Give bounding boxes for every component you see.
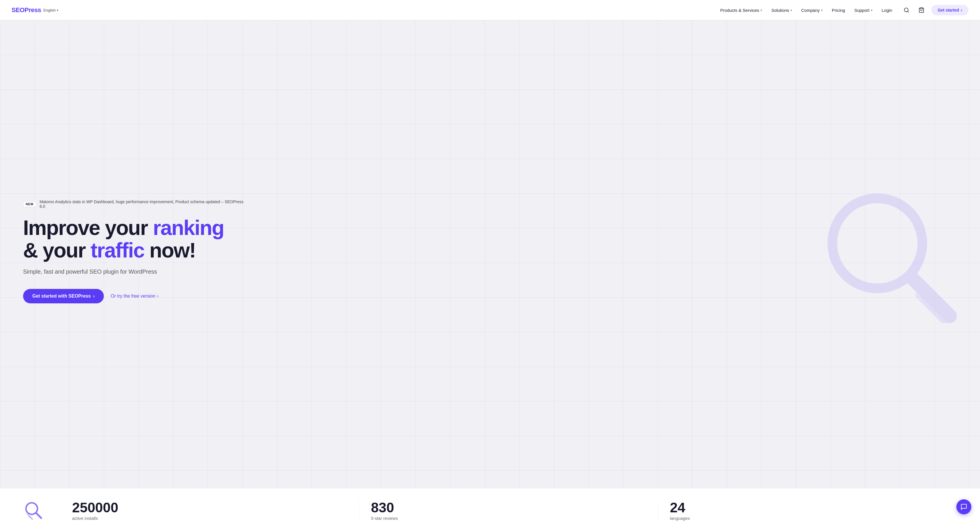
get-started-cta-button[interactable]: Get started with SEOPress › xyxy=(23,289,104,303)
nav-support[interactable]: Support ▾ xyxy=(854,8,872,13)
nav-support-chevron-icon: ▾ xyxy=(871,9,872,12)
logo-text: SEOPress xyxy=(11,6,41,14)
nav-products-chevron-icon: ▾ xyxy=(760,9,762,12)
hero-section: NEW Matomo Analytics stats in WP Dashboa… xyxy=(0,20,980,488)
heading-ranking: ranking xyxy=(153,216,224,239)
nav-company-chevron-icon: ▾ xyxy=(821,9,822,12)
stat-installs-number: 250000 xyxy=(72,501,348,515)
nav-solutions[interactable]: Solutions ▾ xyxy=(771,8,792,13)
hero-cta-row: Get started with SEOPress › Or try the f… xyxy=(23,289,248,303)
stat-installs-label: active installs xyxy=(72,516,348,521)
header-actions: Get started › xyxy=(901,5,969,15)
cta-primary-arrow-icon: › xyxy=(93,293,95,299)
nav-products-services[interactable]: Products & Services ▾ xyxy=(720,8,762,13)
nav-login[interactable]: Login xyxy=(881,8,892,13)
search-icon xyxy=(904,7,909,13)
svg-line-5 xyxy=(919,295,947,323)
hero-content: NEW Matomo Analytics stats in WP Dashboa… xyxy=(23,199,248,304)
new-badge: NEW xyxy=(23,201,36,207)
stat-active-installs: 250000 active installs xyxy=(60,501,360,521)
nav-pricing[interactable]: Pricing xyxy=(832,8,845,13)
chat-icon xyxy=(960,503,967,510)
announcement-text: Matomo Analytics stats in WP Dashboard, … xyxy=(40,199,248,209)
hero-subheading: Simple, fast and powerful SEO plugin for… xyxy=(23,268,248,275)
stat-languages: 24 languages xyxy=(659,501,957,521)
chat-button[interactable] xyxy=(956,499,971,514)
stat-languages-label: languages xyxy=(670,516,945,521)
cta-secondary-arrow-icon: › xyxy=(157,293,159,299)
svg-line-1 xyxy=(908,11,909,13)
free-version-cta-button[interactable]: Or try the free version › xyxy=(111,293,159,299)
heading-line2-text: & your xyxy=(23,239,91,262)
language-selector[interactable]: English ▾ xyxy=(43,8,58,13)
heading-traffic: traffic xyxy=(91,239,144,262)
logo[interactable]: SEOPress xyxy=(11,6,41,14)
language-chevron-icon: ▾ xyxy=(57,9,58,12)
logo-seo: SEO xyxy=(11,6,24,14)
logo-press: Press xyxy=(24,6,41,14)
site-header: SEOPress English ▾ Products & Services ▾… xyxy=(0,0,980,20)
stat-reviews-number: 830 xyxy=(371,501,646,515)
heading-line1-text: Improve your xyxy=(23,216,153,239)
stat-reviews: 830 5-star reviews xyxy=(360,501,658,521)
stat-reviews-label: 5-star reviews xyxy=(371,516,646,521)
stat-languages-number: 24 xyxy=(670,501,945,515)
main-nav: Products & Services ▾ Solutions ▾ Compan… xyxy=(720,8,892,13)
svg-line-4 xyxy=(912,277,950,316)
heading-line2-end: now! xyxy=(144,239,196,262)
announcement-row: NEW Matomo Analytics stats in WP Dashboa… xyxy=(23,199,248,209)
svg-line-8 xyxy=(36,513,41,518)
svg-line-6 xyxy=(924,300,952,323)
cart-icon xyxy=(919,7,924,13)
cart-button[interactable] xyxy=(916,5,927,15)
hero-background-illustration xyxy=(818,185,957,324)
stats-icon xyxy=(23,500,43,521)
get-started-header-button[interactable]: Get started › xyxy=(931,5,969,15)
hero-heading: Improve your ranking & your traffic now! xyxy=(23,217,248,262)
arrow-icon: › xyxy=(961,8,962,13)
nav-company[interactable]: Company ▾ xyxy=(801,8,822,13)
stats-section: 250000 active installs 830 5-star review… xyxy=(0,488,980,523)
svg-point-3 xyxy=(832,198,922,289)
language-label: English xyxy=(43,8,56,13)
nav-solutions-chevron-icon: ▾ xyxy=(791,9,792,12)
search-button[interactable] xyxy=(901,5,912,15)
